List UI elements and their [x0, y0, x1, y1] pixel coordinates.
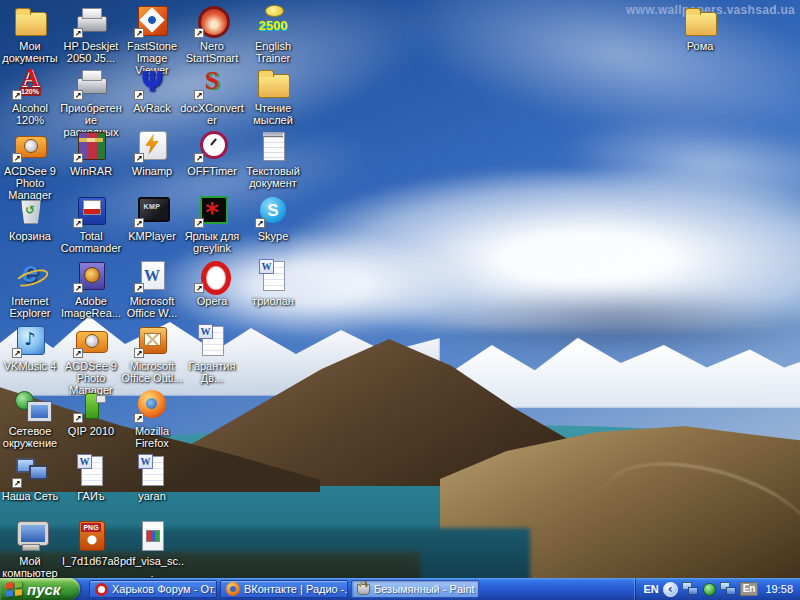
- desktop-icon-label: VKMusic 4: [0, 360, 63, 372]
- desktop-icon[interactable]: Adobe ImageRea...: [58, 259, 124, 319]
- desktop-icon[interactable]: yaran: [119, 454, 185, 502]
- shortcut-arrow-icon: [194, 283, 204, 293]
- outlook-icon: [134, 324, 170, 358]
- word-doc-icon: [134, 454, 170, 488]
- desktop-icon[interactable]: Рома: [667, 4, 733, 52]
- taskbar-task-button[interactable]: Харьков Форум - От...: [89, 580, 217, 598]
- language-indicator[interactable]: EN: [643, 583, 658, 595]
- shortcut-arrow-icon: [73, 348, 83, 358]
- desktop-icon[interactable]: Корзина: [0, 194, 63, 242]
- desktop-icon[interactable]: Total Commander: [58, 194, 124, 254]
- chevron-left-icon[interactable]: [663, 582, 678, 597]
- wallpaper-cloud-shadow: [420, 288, 800, 358]
- qip-icon: [73, 389, 109, 423]
- lan-status-icon[interactable]: [701, 582, 717, 596]
- desktop-icon-label: docXConverter: [179, 102, 245, 126]
- faststone-icon: [134, 4, 170, 38]
- desktop-icon[interactable]: AvRack: [119, 66, 185, 114]
- desktop-icon-label: Nero StartSmart: [179, 40, 245, 64]
- desktop-icon-label: HP Deskjet 2050 J5...: [58, 40, 124, 64]
- desktop-icon[interactable]: l_7d1d67a8: [58, 519, 124, 567]
- desktop-icon[interactable]: WinRAR: [58, 129, 124, 177]
- printer-icon: [73, 4, 109, 38]
- network-icon[interactable]: [682, 582, 698, 596]
- desktop-icon-label: Skype: [240, 230, 306, 242]
- desktop-icon[interactable]: Microsoft Office Outl...: [119, 324, 185, 384]
- desktop[interactable]: www.wallpapers.vashsad.ua Мои документы …: [0, 0, 800, 578]
- desktop-icon-label: AvRack: [119, 102, 185, 114]
- desktop-icon[interactable]: Alcohol 120%: [0, 66, 63, 126]
- desktop-icon[interactable]: Mozilla Firefox: [119, 389, 185, 449]
- desktop-icon[interactable]: Nero StartSmart: [179, 4, 245, 64]
- desktop-icon[interactable]: Opera: [179, 259, 245, 307]
- desktop-icon[interactable]: Microsoft Office W...: [119, 259, 185, 319]
- desktop-icon-label: Мои документы: [0, 40, 63, 64]
- desktop-icon[interactable]: Winamp: [119, 129, 185, 177]
- network-places-icon: [12, 389, 48, 423]
- skype-icon: [255, 194, 291, 228]
- desktop-icon[interactable]: docXConverter: [179, 66, 245, 126]
- language-badge[interactable]: En: [740, 582, 759, 596]
- desktop-icon[interactable]: Internet Explorer: [0, 259, 63, 319]
- wallpaper-cloud: [380, 0, 800, 169]
- desktop-icon-label: yaran: [119, 490, 185, 502]
- taskbar-task-button[interactable]: ВКонтакте | Радио -...: [220, 580, 348, 598]
- desktop-icon[interactable]: KMPlayer: [119, 194, 185, 242]
- desktop-icon[interactable]: ACDSee 9 Photo Manager: [0, 129, 63, 201]
- desktop-icon[interactable]: ГАИъ: [58, 454, 124, 502]
- desktop-icon[interactable]: VKMusic 4: [0, 324, 63, 372]
- desktop-icon-label: WinRAR: [58, 165, 124, 177]
- desktop-icon-label: QIP 2010: [58, 425, 124, 437]
- shortcut-arrow-icon: [73, 28, 83, 38]
- desktop-icon[interactable]: Текстовый документ: [240, 129, 306, 189]
- notepad-icon: [255, 129, 291, 163]
- desktop-icon[interactable]: Чтение мыслей: [240, 66, 306, 126]
- printer-icon: [73, 66, 109, 100]
- desktop-icon-label: Mozilla Firefox: [119, 425, 185, 449]
- desktop-icon[interactable]: Мои документы: [0, 4, 63, 64]
- total-commander-icon: [73, 194, 109, 228]
- desktop-icon[interactable]: Ярлык для greylink: [179, 194, 245, 254]
- wallpaper-trail: [590, 442, 800, 578]
- word-doc-icon: [194, 324, 230, 358]
- avrack-icon: [134, 66, 170, 100]
- shortcut-arrow-icon: [134, 218, 144, 228]
- opera-icon: [194, 259, 230, 293]
- taskbar-tasks: Харьков Форум - От... ВКонтакте | Радио …: [89, 580, 479, 598]
- shortcut-arrow-icon: [194, 90, 204, 100]
- wallpaper-cloud: [556, 105, 800, 226]
- taskbar-task-button[interactable]: Безымянный - Paint: [351, 580, 479, 598]
- desktop-icon[interactable]: English Trainer: [240, 4, 306, 64]
- desktop-icon[interactable]: Мой компьютер: [0, 519, 63, 578]
- desktop-icon[interactable]: Наша Сеть: [0, 454, 63, 502]
- desktop-icon-label: ГАИъ: [58, 490, 124, 502]
- desktop-icon[interactable]: HP Deskjet 2050 J5...: [58, 4, 124, 64]
- desktop-icon-label: Наша Сеть: [0, 490, 63, 502]
- network-icon[interactable]: [720, 582, 736, 596]
- desktop-icon-label: English Trainer: [240, 40, 306, 64]
- shortcut-arrow-icon: [73, 283, 83, 293]
- nero-icon: [194, 4, 230, 38]
- desktop-icon[interactable]: ACDSee 9 Photo Manager: [58, 324, 124, 396]
- alcohol-icon: [12, 66, 48, 100]
- desktop-icon[interactable]: QIP 2010: [58, 389, 124, 437]
- desktop-icon[interactable]: триолан: [240, 259, 306, 307]
- desktop-icon[interactable]: Сетевое окружение: [0, 389, 63, 449]
- system-tray: EN En 19:58: [635, 578, 800, 600]
- desktop-icon-label: KMPlayer: [119, 230, 185, 242]
- greylink-icon: [194, 194, 230, 228]
- desktop-icon-label: Ярлык для greylink: [179, 230, 245, 254]
- desktop-icon[interactable]: Гарантия Дв...: [179, 324, 245, 384]
- task-button-label: Безымянный - Paint: [374, 583, 475, 595]
- start-button[interactable]: пуск: [0, 578, 80, 600]
- desktop-icon[interactable]: OFFTimer: [179, 129, 245, 177]
- desktop-icon[interactable]: Skype: [240, 194, 306, 242]
- winamp-icon: [134, 129, 170, 163]
- task-button-label: ВКонтакте | Радио -...: [244, 583, 348, 595]
- desktop-icon[interactable]: pdf_visa_sc...: [119, 519, 185, 578]
- shortcut-arrow-icon: [73, 218, 83, 228]
- internet-explorer-icon: [12, 259, 48, 293]
- desktop-icon-label: Мой компьютер: [0, 555, 63, 578]
- vkmusic-icon: [12, 324, 48, 358]
- desktop-icon-label: Гарантия Дв...: [179, 360, 245, 384]
